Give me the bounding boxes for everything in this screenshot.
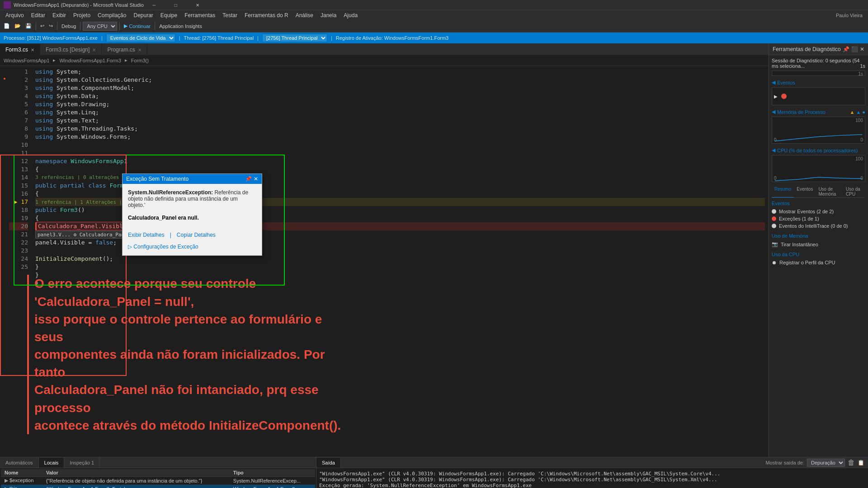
- tab-locais[interactable]: Locais: [39, 458, 65, 468]
- diag-events-item-2[interactable]: Eventos do IntelliTrace (0 de 0): [772, 222, 865, 230]
- diag-close-button[interactable]: ✕: [860, 46, 864, 52]
- output-clear-button[interactable]: 🗑: [848, 459, 855, 467]
- toolbar: 📄 📂 💾 ↩ ↪ Debug Any CPU ▶ Continuar Appl…: [0, 20, 868, 33]
- title-text: WindowsFormsApp1 (Depurando) - Microsoft…: [14, 2, 144, 8]
- diag-expand-button[interactable]: ⬛: [851, 46, 858, 52]
- toolbar-undo[interactable]: ↩: [38, 21, 46, 31]
- diag-cpu-use: Uso da CPU ⏺ Registrar o Perfil da CPU: [772, 252, 865, 266]
- menu-analise[interactable]: Análise: [292, 11, 317, 19]
- exception-close-button[interactable]: ✕: [254, 176, 258, 182]
- thread-selector[interactable]: [2756] Thread Principal: [262, 34, 327, 42]
- bottom-area: Automáticos Locais Inspeção 1 Nome Valor…: [0, 457, 868, 488]
- diag-tab-eventos[interactable]: Eventos: [794, 186, 816, 197]
- close-button[interactable]: ✕: [187, 0, 208, 10]
- close-tab-programcs[interactable]: ✕: [138, 47, 142, 52]
- gutter-line-breakpoint: ●: [0, 74, 9, 82]
- menu-testar[interactable]: Testar: [219, 11, 241, 19]
- locals-row-1[interactable]: ▶ this {WindowsFormsApp1.Form3, Text: } …: [1, 485, 315, 488]
- exception-copy-link[interactable]: Copiar Detalhes: [177, 232, 216, 238]
- menu-equipe[interactable]: Equipe: [157, 11, 181, 19]
- events-intellitrace-dot: [772, 224, 776, 228]
- menu-editar[interactable]: Editar: [28, 11, 49, 19]
- menu-ajuda[interactable]: Ajuda: [340, 11, 361, 19]
- annotation-area: O erro acontece porque seu controle 'Cal…: [27, 275, 344, 434]
- exception-config[interactable]: ▷ Configurações de Exceção: [123, 242, 262, 255]
- events-red-icon: [772, 216, 776, 221]
- output-panel: Saída Mostrar saída de: Depuração 🗑 📋 "W…: [316, 457, 868, 488]
- output-copy-button[interactable]: 📋: [858, 460, 864, 466]
- minimize-button[interactable]: ─: [144, 0, 165, 10]
- menu-compilacao[interactable]: Compilação: [94, 11, 130, 19]
- stack-label: Registro de Ativação: WindowsFormsForm1.…: [336, 35, 448, 41]
- code-editor[interactable]: ● 1 2 3 4 5 6 7 8 9 10 11 12 13 14 15 16…: [0, 66, 769, 457]
- file-path-class[interactable]: WindowsFormsApp1.Form3: [59, 58, 121, 63]
- menu-arquivo[interactable]: Arquivo: [2, 11, 28, 19]
- diag-cpu-section: ◀ CPU (% de todos os processadores) 100 …: [772, 147, 865, 182]
- diag-events-item-0[interactable]: Mostrar Eventos (2 de 2): [772, 208, 865, 215]
- toolbar-save[interactable]: 💾: [24, 21, 33, 31]
- events-selector[interactable]: Eventos de Ciclo de Vida: [106, 34, 175, 42]
- tab-form3cs[interactable]: Form3.cs ✕: [0, 44, 40, 55]
- app-insights-button[interactable]: Application Insights: [157, 21, 204, 31]
- diag-tab-resumo[interactable]: Resumo: [772, 186, 794, 197]
- col-tipo: Tipo: [230, 469, 315, 477]
- diag-tab-memoria[interactable]: Uso de Memória: [816, 186, 843, 197]
- editor-area: Form3.cs ✕ Form3.cs [Design] ✕ Program.c…: [0, 43, 769, 457]
- locals-content: Nome Valor Tipo ▶ $exception {"Referênci…: [0, 468, 316, 488]
- menu-ferramentas[interactable]: Ferramentas: [181, 11, 219, 19]
- tab-programcs[interactable]: Program.cs ✕: [102, 44, 147, 55]
- memory-chart: 100 0 0: [772, 117, 865, 144]
- menu-depurar[interactable]: Depurar: [130, 11, 156, 19]
- diag-cpu-record-button[interactable]: ⏺ Registrar o Perfil da CPU: [772, 259, 865, 266]
- col-valor: Valor: [42, 469, 230, 477]
- menu-projeto[interactable]: Projeto: [70, 11, 94, 19]
- tab-inspecao[interactable]: Inspeção 1: [64, 458, 100, 468]
- close-tab-form3cs[interactable]: ✕: [31, 47, 34, 52]
- diag-pin-button[interactable]: 📌: [843, 46, 849, 52]
- diag-tab-cpu[interactable]: Uso da CPU: [843, 186, 865, 197]
- process-label: Processo: [3512] WindowsFormsApp1.exe: [4, 35, 98, 41]
- menu-janela[interactable]: Janela: [317, 11, 340, 19]
- user-name: Paulo Vieira: [832, 12, 866, 19]
- gutter: ●: [0, 66, 9, 457]
- diag-events-list: Eventos Mostrar Eventos (2 de 2) Exceçõe…: [772, 201, 865, 230]
- toolbar-redo[interactable]: ↪: [47, 21, 55, 31]
- diag-memory-section: ◀ Memória de Processo ▲ ▲ ● 100 0 0: [772, 109, 865, 144]
- exception-pin-button[interactable]: 📌: [245, 176, 252, 182]
- menu-bar: Arquivo Editar Exibir Projeto Compilação…: [0, 10, 868, 20]
- diag-snapshot-button[interactable]: 📷 Tirar Instantâneo: [772, 240, 865, 248]
- output-source-select[interactable]: Depuração: [807, 459, 845, 467]
- locals-panel: Automáticos Locais Inspeção 1 Nome Valor…: [0, 457, 316, 488]
- tab-automaticos[interactable]: Automáticos: [0, 458, 39, 468]
- diag-session-section: Sessão de Diagnóstico: 0 segundos (54 ms…: [772, 58, 865, 76]
- cpu-selector[interactable]: Any CPU: [83, 22, 117, 31]
- exception-null-info: Calculadora_Panel era null.: [128, 215, 256, 221]
- diagnostic-tools-title: Ferramentas de Diagnóstico 📌 ⬛ ✕: [769, 43, 868, 55]
- cpu-icon: ⏺: [772, 260, 777, 265]
- continue-button[interactable]: ▶ Continuar: [122, 21, 152, 31]
- locals-row-0[interactable]: ▶ $exception {"Referência de objeto não …: [1, 477, 315, 485]
- output-content[interactable]: "WindowsFormsApp1.exe" (CLR v4.0.30319: …: [316, 468, 868, 488]
- file-path-project[interactable]: WindowsFormsApp1: [4, 58, 49, 63]
- toolbar-open[interactable]: 📂: [13, 21, 23, 31]
- title-bar: WindowsFormsApp1 (Depurando) - Microsoft…: [0, 0, 868, 10]
- tab-bar: Form3.cs ✕ Form3.cs [Design] ✕ Program.c…: [0, 43, 769, 55]
- exception-details-link[interactable]: Exibir Detalhes: [128, 232, 165, 238]
- restore-button[interactable]: □: [165, 0, 186, 10]
- tab-form3design[interactable]: Form3.cs [Design] ✕: [40, 44, 102, 55]
- file-path-method[interactable]: Form3(): [131, 58, 149, 63]
- col-nome: Nome: [1, 469, 42, 477]
- cpu-chart: 100 0 0: [772, 155, 865, 182]
- exception-dialog-links: Exibir Detalhes | Copiar Detalhes: [123, 232, 262, 242]
- close-tab-form3design[interactable]: ✕: [92, 47, 96, 52]
- menu-ferramentas-r[interactable]: Ferramentas do R: [241, 11, 292, 19]
- exception-dialog[interactable]: Exceção Sem Tratamento 📌 ✕ System.NullRe…: [122, 174, 262, 256]
- events-red-dot: [781, 94, 787, 99]
- menu-exibir[interactable]: Exibir: [49, 11, 70, 19]
- diag-events-item-1[interactable]: Exceções (1 de 1): [772, 215, 865, 222]
- thread-label: Thread: [2756] Thread Principal: [184, 35, 254, 41]
- toolbar-new[interactable]: 📄: [2, 21, 12, 31]
- tab-output[interactable]: Saída: [316, 458, 341, 468]
- diagnostic-content: Sessão de Diagnóstico: 0 segundos (54 ms…: [769, 55, 868, 457]
- gutter-line-17: [0, 66, 9, 74]
